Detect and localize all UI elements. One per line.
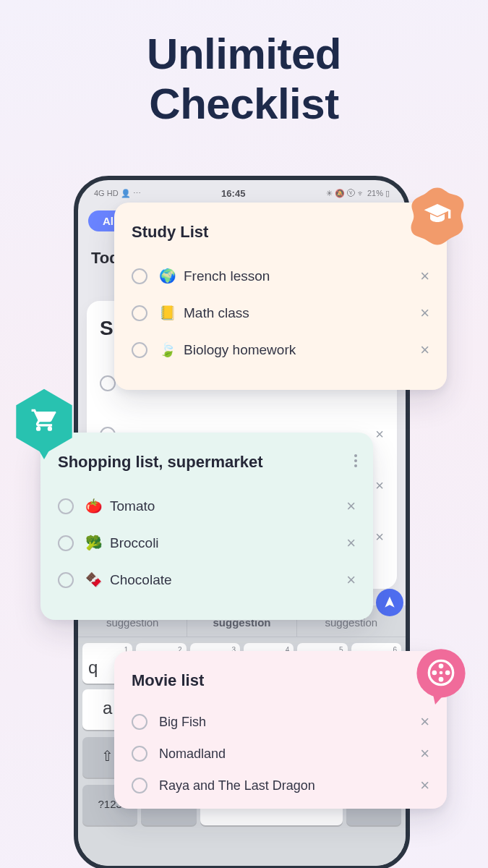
item-label: Raya and The Last Dragon xyxy=(159,778,315,793)
item-emoji: 📒 xyxy=(159,305,176,321)
close-icon[interactable]: × xyxy=(420,268,429,284)
headline-line2: Checklist xyxy=(149,80,338,128)
item-emoji: 🍅 xyxy=(85,498,103,514)
status-icon-bt: ✳ 🔕 ⓥ ᯤ xyxy=(326,189,365,198)
close-icon[interactable]: × xyxy=(420,342,429,358)
status-battery: 21% xyxy=(367,189,383,197)
education-badge xyxy=(406,185,468,247)
svg-point-7 xyxy=(439,677,444,682)
status-signal: 4G HD xyxy=(94,189,119,197)
list-item[interactable]: Nomadland × xyxy=(132,738,429,770)
svg-marker-3 xyxy=(433,694,445,705)
svg-marker-1 xyxy=(39,450,49,459)
status-icons: 👤 ⋯ xyxy=(121,189,141,198)
battery-icon: ▯ xyxy=(385,189,390,198)
checkbox[interactable] xyxy=(132,305,147,321)
bg-close-icon[interactable]: × xyxy=(375,529,384,545)
svg-point-9 xyxy=(440,671,443,675)
status-right: ✳ 🔕 ⓥ ᯤ 21% ▯ xyxy=(326,189,390,198)
item-label: Tomato xyxy=(110,498,155,514)
headline-line1: Unlimited xyxy=(147,30,341,78)
cart-badge xyxy=(12,388,77,459)
card-movie-title: Movie list xyxy=(132,671,429,690)
list-item[interactable]: Big Fish × xyxy=(132,706,429,738)
film-reel-icon xyxy=(427,658,455,690)
card-movie[interactable]: Movie list Big Fish × Nomadland × Raya a… xyxy=(114,651,447,809)
close-icon[interactable]: × xyxy=(420,778,429,793)
checkbox[interactable] xyxy=(58,498,74,514)
close-icon[interactable]: × xyxy=(346,572,356,588)
item-label: French lesson xyxy=(184,268,270,284)
close-icon[interactable]: × xyxy=(420,714,429,730)
bg-close-icon[interactable]: × xyxy=(375,477,384,494)
checkbox[interactable] xyxy=(132,746,147,762)
more-icon[interactable] xyxy=(354,454,357,467)
bg-checkbox[interactable] xyxy=(100,375,116,391)
item-emoji: 🍃 xyxy=(159,341,176,358)
bg-close-icon[interactable]: × xyxy=(375,426,384,443)
list-item[interactable]: Raya and The Last Dragon × xyxy=(132,770,429,801)
card-shopping-title: Shopping list, supermarket xyxy=(58,453,356,472)
close-icon[interactable]: × xyxy=(346,535,356,551)
status-time: 16:45 xyxy=(221,188,245,199)
item-label: Chocolate xyxy=(110,572,172,588)
nav-arrow-icon[interactable] xyxy=(376,589,403,616)
svg-point-5 xyxy=(439,664,444,669)
card-shopping[interactable]: Shopping list, supermarket 🍅 Tomato × 🥦 … xyxy=(40,433,373,620)
svg-point-8 xyxy=(432,671,437,676)
list-item[interactable]: 📒 Math class × xyxy=(132,294,429,331)
status-left: 4G HD 👤 ⋯ xyxy=(94,189,141,198)
list-item[interactable]: 🍫 Chocolate × xyxy=(58,561,356,598)
item-emoji: 🌍 xyxy=(159,268,176,284)
status-bar: 4G HD 👤 ⋯ 16:45 ✳ 🔕 ⓥ ᯤ 21% ▯ xyxy=(78,180,406,202)
item-label: Broccoli xyxy=(110,535,159,551)
item-label: Biology homework xyxy=(184,342,296,358)
graduation-cap-icon xyxy=(423,200,452,232)
checkbox[interactable] xyxy=(132,268,147,284)
page-headline: Unlimited Checklist xyxy=(0,29,488,129)
list-item[interactable]: 🍅 Tomato × xyxy=(58,488,356,524)
checkbox[interactable] xyxy=(132,342,147,358)
svg-point-6 xyxy=(445,671,450,676)
checkbox[interactable] xyxy=(132,714,147,730)
checkbox[interactable] xyxy=(58,572,74,588)
item-label: Big Fish xyxy=(159,715,206,730)
movie-badge xyxy=(412,647,470,705)
card-study-title: Study List xyxy=(132,223,429,242)
item-emoji: 🍫 xyxy=(85,571,103,588)
item-emoji: 🥦 xyxy=(85,535,103,551)
close-icon[interactable]: × xyxy=(420,746,429,762)
checkbox[interactable] xyxy=(58,535,74,551)
list-item[interactable]: 🥦 Broccoli × xyxy=(58,524,356,561)
close-icon[interactable]: × xyxy=(346,498,356,514)
item-label: Nomadland xyxy=(159,746,226,762)
shopping-cart-icon xyxy=(30,406,58,436)
card-study[interactable]: Study List 🌍 French lesson × 📒 Math clas… xyxy=(114,203,447,390)
item-label: Math class xyxy=(184,305,249,321)
checkbox[interactable] xyxy=(132,778,147,793)
list-item[interactable]: 🍃 Biology homework × xyxy=(132,331,429,368)
list-item[interactable]: 🌍 French lesson × xyxy=(132,258,429,294)
close-icon[interactable]: × xyxy=(420,305,429,321)
